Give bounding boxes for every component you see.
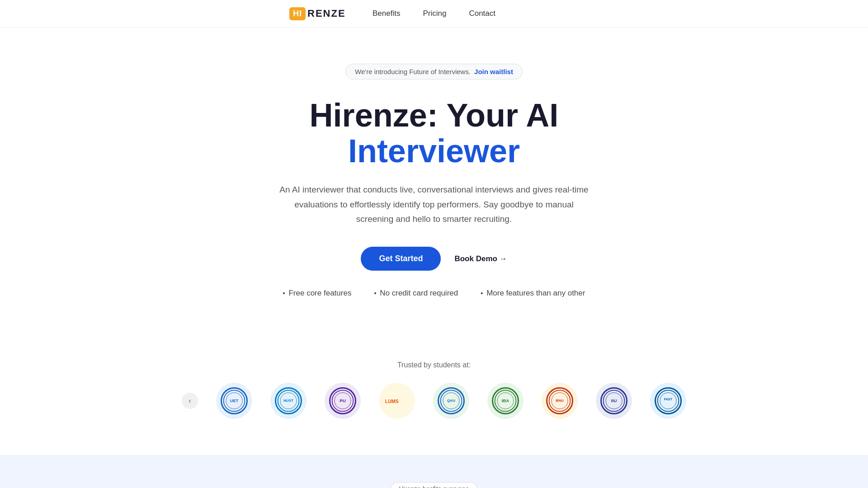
bottom-section: Hirenze benfits everyone A more effectiv… <box>0 455 868 488</box>
feature-1-text: Free core features <box>288 289 351 298</box>
university-logo-7: BNU <box>542 383 578 419</box>
nav-contact[interactable]: Contact <box>469 9 495 18</box>
feature-3: • More features than any other <box>481 289 585 298</box>
hero-features: • Free core features • No credit card re… <box>283 289 585 298</box>
announcement-banner: We're introducing Future of Interviews. … <box>345 64 523 80</box>
navbar: HI RENZE Benefits Pricing Contact <box>0 0 868 28</box>
svg-text:IBA: IBA <box>501 398 509 403</box>
bullet-3: • <box>481 290 483 297</box>
logo: HI RENZE <box>289 7 346 20</box>
svg-text:PU: PU <box>340 398 346 403</box>
join-waitlist-link[interactable]: Join waitlist <box>474 68 513 75</box>
hero-title: Hirenze: Your AI Interviewer <box>310 98 559 169</box>
hero-cta: Get Started Book Demo → <box>361 247 507 271</box>
carousel-prev-button[interactable]: ‹ <box>182 393 198 409</box>
bottom-tag: Hirenze benfits everyone <box>391 482 478 488</box>
hero-section: We're introducing Future of Interviews. … <box>0 28 868 352</box>
logo-renze: RENZE <box>307 8 346 19</box>
university-logo-6: IBA <box>487 383 524 419</box>
trusted-section: Trusted by students at: ‹ UET NUST <box>0 352 868 455</box>
university-logo-1: UET <box>216 383 252 419</box>
svg-text:IIU: IIU <box>611 398 617 403</box>
bullet-1: • <box>283 290 285 297</box>
university-logo-3: PU <box>325 383 361 419</box>
university-logo-5: QAU <box>433 383 469 419</box>
feature-2: • No credit card required <box>374 289 458 298</box>
university-logo-lums: LUMS <box>379 383 415 419</box>
hero-title-line2: Interviewer <box>348 133 520 169</box>
university-logo-2: NUST <box>270 383 307 419</box>
feature-2-text: No credit card required <box>380 289 458 298</box>
bullet-2: • <box>374 290 376 297</box>
get-started-button[interactable]: Get Started <box>361 247 441 271</box>
feature-3-text: More features than any other <box>486 289 585 298</box>
university-logo-9: FAST <box>650 383 686 419</box>
hero-description: An AI interviewer that conducts live, co… <box>276 183 592 226</box>
svg-text:UET: UET <box>230 399 239 403</box>
svg-text:FAST: FAST <box>664 397 673 401</box>
svg-text:BNU: BNU <box>556 399 564 403</box>
announcement-text: We're introducing Future of Interviews. <box>355 68 471 75</box>
logo-hi: HI <box>289 7 306 20</box>
nav-links: Benefits Pricing Contact <box>373 9 495 18</box>
feature-1: • Free core features <box>283 289 352 298</box>
university-logos: ‹ UET NUST <box>182 383 686 419</box>
svg-text:LUMS: LUMS <box>385 399 399 404</box>
nav-benefits[interactable]: Benefits <box>373 9 400 18</box>
nav-pricing[interactable]: Pricing <box>423 9 446 18</box>
svg-text:NUST: NUST <box>283 399 293 403</box>
hero-title-line1: Hirenze: Your AI <box>310 97 559 133</box>
university-logo-8: IIU <box>596 383 632 419</box>
svg-text:QAU: QAU <box>447 399 455 403</box>
book-demo-link[interactable]: Book Demo → <box>454 254 507 263</box>
trusted-title: Trusted by students at: <box>397 361 471 369</box>
